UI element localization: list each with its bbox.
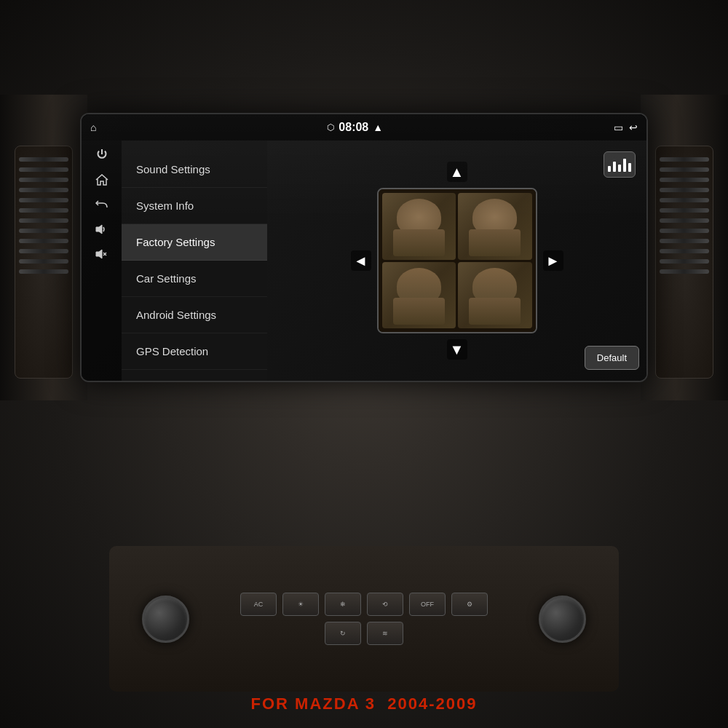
- recirculate-button[interactable]: ↻: [325, 622, 361, 645]
- menu-item-system-info[interactable]: System Info: [122, 188, 267, 224]
- ac-button[interactable]: AC: [240, 593, 277, 616]
- car-label-prefix: FOR MAZDA 3: [251, 695, 376, 713]
- arrow-up-icon: ▲: [373, 122, 383, 133]
- svg-marker-0: [96, 225, 102, 234]
- clock-display: 08:08: [339, 121, 368, 134]
- seat-front-left: [382, 193, 456, 260]
- svg-marker-1: [96, 250, 102, 258]
- seat-front-right: [458, 193, 532, 260]
- menu-item-car-settings[interactable]: Car Settings: [122, 261, 267, 297]
- seat-rear-left: [382, 262, 456, 329]
- car-background: ⌂ ⬡ 08:08 ▲ ▭ ↩: [0, 0, 728, 728]
- sun-button[interactable]: ☀: [282, 593, 319, 616]
- main-screen: ⌂ ⬡ 08:08 ▲ ▭ ↩: [80, 113, 648, 382]
- seat-rear-right: [458, 262, 532, 329]
- temperature-knob[interactable]: [142, 596, 189, 643]
- nav-down-button[interactable]: ▼: [447, 339, 467, 360]
- airflow-button[interactable]: ≋: [367, 622, 403, 645]
- camera-view: [377, 188, 537, 333]
- menu-item-android-settings[interactable]: Android Settings: [122, 297, 267, 333]
- fan-icon-button[interactable]: ⚙: [451, 593, 488, 616]
- menu-item-gps-detection[interactable]: GPS Detection: [122, 333, 267, 370]
- camera-panel: ▲ ◄: [274, 162, 639, 360]
- home-icon[interactable]: ⌂: [90, 122, 96, 133]
- content-area: ▲ ◄: [267, 141, 646, 381]
- window-icon[interactable]: ▭: [614, 122, 623, 133]
- nav-left-button[interactable]: ◄: [351, 250, 371, 271]
- menu-list: Sound Settings System Info Factory Setti…: [122, 141, 267, 381]
- nav-home-icon[interactable]: [95, 174, 108, 186]
- off-button[interactable]: OFF: [409, 593, 446, 616]
- menu-item-factory-settings[interactable]: Factory Settings: [122, 224, 267, 261]
- volume-icon[interactable]: [95, 223, 108, 235]
- nav-up-button[interactable]: ▲: [447, 162, 467, 182]
- bluetooth-icon: ⬡: [327, 122, 334, 132]
- default-button[interactable]: Default: [585, 346, 639, 370]
- right-vent: [655, 146, 713, 379]
- power-icon[interactable]: [95, 148, 108, 161]
- menu-item-sound-settings[interactable]: Sound Settings: [122, 151, 267, 188]
- fan-knob[interactable]: [539, 596, 586, 643]
- volume-down-icon[interactable]: [95, 248, 108, 260]
- control-buttons: AC ☀ ❄ ⟲ OFF ⚙ ↻ ≋: [226, 593, 502, 645]
- car-label-suffix: 2004-2009: [387, 695, 477, 713]
- nav-right-button[interactable]: ►: [543, 250, 563, 271]
- defrost-rear-button[interactable]: ⟲: [367, 593, 403, 616]
- undo-icon[interactable]: [95, 199, 108, 210]
- sidebar: [82, 141, 122, 381]
- back-icon[interactable]: ↩: [629, 122, 638, 133]
- car-label: FOR MAZDA 3 2004-2009: [251, 695, 478, 713]
- status-bar: ⌂ ⬡ 08:08 ▲ ▭ ↩: [82, 114, 646, 141]
- controls-bottom: AC ☀ ❄ ⟲ OFF ⚙ ↻ ≋: [109, 546, 619, 692]
- left-vent: [15, 146, 73, 379]
- defrost-front-button[interactable]: ❄: [325, 593, 361, 616]
